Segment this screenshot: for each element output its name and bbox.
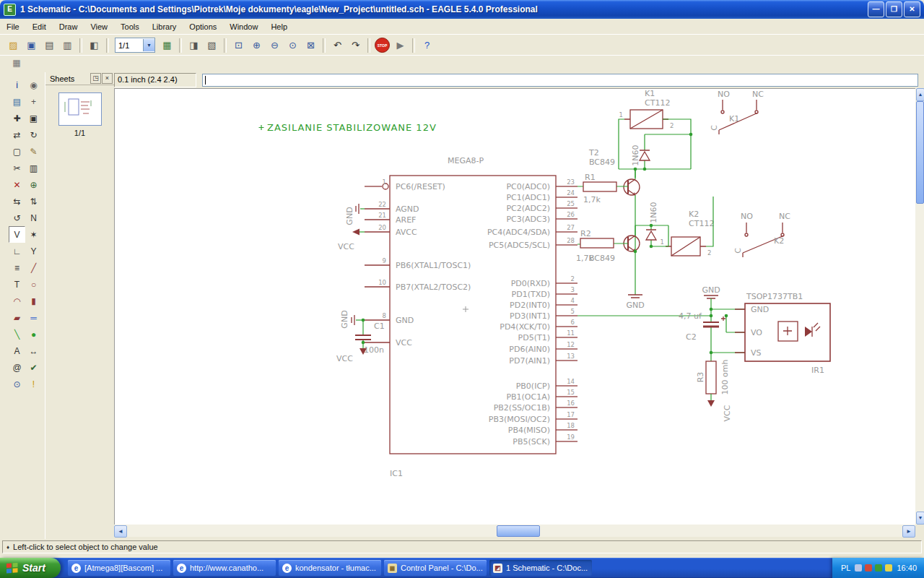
power-gnd-transistors[interactable]: GND bbox=[626, 295, 644, 310]
volume-icon[interactable] bbox=[885, 564, 892, 571]
toolbar-print-button[interactable]: ▤ bbox=[41, 38, 58, 53]
tool-replace[interactable]: ↺ bbox=[9, 210, 25, 226]
component-k1[interactable]: K1 CT112 1 2 bbox=[619, 89, 674, 129]
toolbar-help-button[interactable]: ? bbox=[419, 38, 435, 53]
toolbar-zoom-out-button[interactable]: ⊖ bbox=[266, 38, 283, 53]
component-r1[interactable]: R1 1,7k bbox=[578, 173, 628, 204]
tool-errors[interactable]: ! bbox=[25, 376, 42, 392]
toolbar-run-script-button[interactable]: ▧ bbox=[204, 38, 220, 53]
toolbar-zoom-fit-button[interactable]: ⊡ bbox=[230, 38, 247, 53]
toolbar-redo-button[interactable]: ↷ bbox=[347, 38, 364, 53]
toolbar-use-library-button[interactable]: ◨ bbox=[186, 38, 202, 53]
taskbar-task[interactable]: ◩1 Schematic - C:\Doc... bbox=[489, 560, 592, 576]
tool-split[interactable]: Y bbox=[25, 243, 42, 259]
tool-invoke[interactable]: ≡ bbox=[9, 259, 25, 276]
menu-window[interactable]: Window bbox=[223, 20, 264, 33]
schematic-note[interactable]: ZASILANIE STABILIZOWANE 12V bbox=[259, 122, 437, 133]
tool-arc[interactable]: ◠ bbox=[9, 293, 25, 309]
vertical-scrollbar[interactable]: ▲ ▼ bbox=[915, 88, 924, 525]
close-panel-icon[interactable]: × bbox=[102, 73, 113, 84]
close-button[interactable]: ✕ bbox=[904, 1, 920, 17]
tool-miter[interactable]: ∟ bbox=[9, 243, 25, 259]
component-t3[interactable]: BC849 bbox=[589, 225, 640, 263]
tool-group[interactable]: ▢ bbox=[9, 143, 25, 160]
tool-move[interactable]: ✚ bbox=[9, 110, 25, 126]
menu-help[interactable]: Help bbox=[264, 20, 294, 33]
menu-draw[interactable]: Draw bbox=[53, 20, 84, 33]
tool-add[interactable]: ⊕ bbox=[25, 176, 42, 193]
tool-change[interactable]: ✎ bbox=[25, 143, 42, 160]
toolbar-zoom-redraw-button[interactable]: ⊙ bbox=[284, 38, 301, 53]
horizontal-scroll-thumb[interactable] bbox=[497, 525, 540, 537]
tool-wire[interactable]: ╱ bbox=[25, 259, 42, 276]
tool-text[interactable]: T bbox=[9, 276, 25, 293]
toolbar-cam-processor-button[interactable]: ◧ bbox=[86, 38, 103, 53]
taskbar-task[interactable]: ehttp://www.canatho... bbox=[173, 560, 276, 576]
toolbar-print-setup-button[interactable]: ▥ bbox=[59, 38, 76, 53]
tool-net[interactable]: ╲ bbox=[9, 326, 25, 342]
power-gnd-agnd[interactable]: GND bbox=[345, 204, 365, 225]
grid-icon[interactable]: ▦ bbox=[9, 58, 25, 71]
menu-edit[interactable]: Edit bbox=[26, 20, 53, 33]
menu-view[interactable]: View bbox=[84, 20, 114, 33]
security-alert-icon[interactable] bbox=[865, 564, 872, 571]
tool-info[interactable]: i bbox=[9, 77, 25, 93]
tool-attribute[interactable]: @ bbox=[9, 359, 25, 376]
tool-name[interactable]: N bbox=[25, 210, 42, 226]
toolbar-run-button[interactable]: ▶ bbox=[392, 38, 409, 53]
power-gnd-ir[interactable]: GND bbox=[702, 285, 720, 316]
horizontal-scrollbar[interactable]: ◄ ► bbox=[114, 525, 915, 537]
scroll-right-icon[interactable]: ► bbox=[902, 525, 915, 538]
tool-paste[interactable]: ▥ bbox=[25, 160, 42, 176]
component-t2[interactable]: T2 BC849 bbox=[588, 148, 640, 295]
tool-junction[interactable]: ● bbox=[25, 326, 42, 342]
tool-cut[interactable]: ✂ bbox=[9, 160, 25, 176]
tool-copy[interactable]: ▣ bbox=[25, 110, 42, 126]
display-settings-icon[interactable] bbox=[855, 564, 862, 571]
tool-mirror[interactable]: ⇄ bbox=[9, 126, 25, 143]
toolbar-open-button[interactable]: ▨ bbox=[5, 38, 22, 53]
tool-polygon[interactable]: ▰ bbox=[9, 309, 25, 326]
command-input[interactable] bbox=[202, 74, 918, 87]
update-icon[interactable] bbox=[875, 564, 882, 571]
taskbar-task[interactable]: ▦Control Panel - C:\Do... bbox=[384, 560, 487, 576]
tool-value[interactable]: V bbox=[9, 226, 25, 243]
scroll-up-icon[interactable]: ▲ bbox=[916, 88, 924, 101]
restore-button[interactable]: ❐ bbox=[886, 1, 902, 17]
toolbar-undo-button[interactable]: ↶ bbox=[329, 38, 346, 53]
language-indicator[interactable]: PL bbox=[841, 564, 850, 572]
menu-library[interactable]: Library bbox=[146, 20, 183, 33]
sheet-selector[interactable]: 1/1▼ bbox=[115, 38, 155, 53]
tool-rotate[interactable]: ↻ bbox=[25, 126, 42, 143]
menu-options[interactable]: Options bbox=[183, 20, 223, 33]
scroll-down-icon[interactable]: ▼ bbox=[916, 512, 924, 525]
component-d2[interactable]: 1N60 bbox=[646, 202, 658, 240]
toolbar-save-button[interactable]: ▣ bbox=[23, 38, 40, 53]
component-d1[interactable]: 1N60 bbox=[631, 144, 650, 165]
tool-circle[interactable]: ○ bbox=[25, 276, 42, 293]
toolbar-switch-to-board-button[interactable]: ▦ bbox=[159, 38, 175, 53]
tool-smash[interactable]: ✶ bbox=[25, 226, 42, 243]
tool-label[interactable]: A bbox=[9, 342, 25, 359]
vertical-scroll-thumb[interactable] bbox=[916, 101, 924, 204]
component-r3[interactable]: R3 100 omh bbox=[696, 360, 730, 395]
component-sw-k1[interactable]: NO NC C K1 bbox=[710, 90, 764, 134]
tool-show[interactable]: ◉ bbox=[25, 77, 42, 93]
toolbar-zoom-select-button[interactable]: ⊠ bbox=[302, 38, 319, 53]
menu-file[interactable]: File bbox=[0, 20, 26, 33]
chevron-down-icon[interactable]: ▼ bbox=[143, 39, 154, 51]
toolbar-stop-button[interactable]: STOP bbox=[374, 38, 391, 53]
taskbar-task[interactable]: ekondensator - tłumac... bbox=[279, 560, 381, 576]
net-ir[interactable] bbox=[578, 308, 745, 361]
tool-zoom[interactable]: ⊙ bbox=[9, 376, 25, 392]
tool-dimension[interactable]: ↔ bbox=[25, 342, 42, 359]
tool-rect[interactable]: ▮ bbox=[25, 293, 42, 309]
power-vcc-ir[interactable]: VCC bbox=[707, 394, 732, 421]
toolbar-zoom-in-button[interactable]: ⊕ bbox=[248, 38, 265, 53]
component-sw-k2[interactable]: NO NC C K2 bbox=[733, 212, 790, 257]
sheet-thumbnail[interactable] bbox=[58, 92, 102, 126]
net-k1-coil[interactable] bbox=[619, 119, 692, 178]
component-ic1[interactable]: MEGA8-P IC1 1PC6(/RESET)22AGND21AREF20AV… bbox=[365, 156, 578, 478]
tool-erc[interactable]: ✔ bbox=[25, 359, 42, 376]
scroll-left-icon[interactable]: ◄ bbox=[114, 525, 127, 538]
